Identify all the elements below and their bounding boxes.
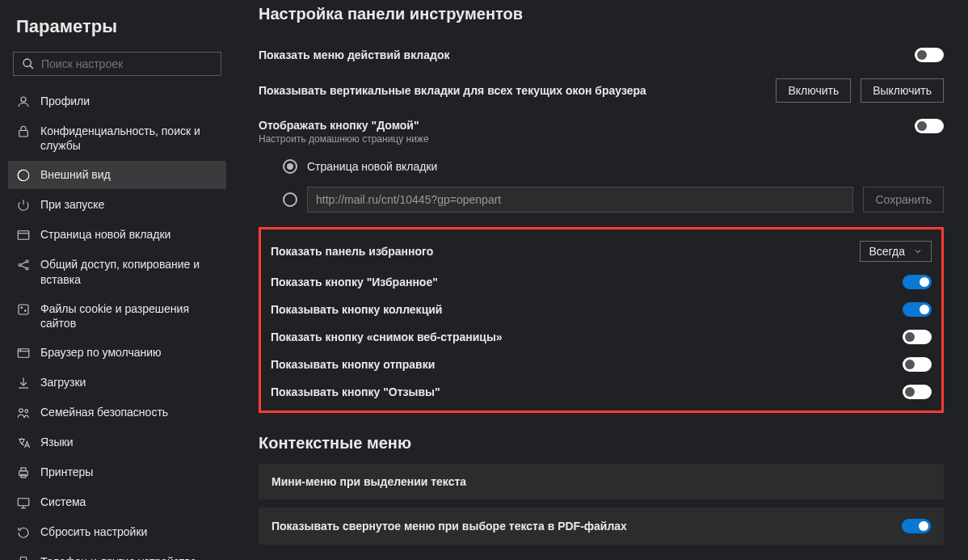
download-icon xyxy=(16,376,31,390)
svg-point-9 xyxy=(26,267,28,270)
sidebar-item-label: Браузер по умолчанию xyxy=(40,345,218,360)
sidebar-item-newtab[interactable]: Страница новой вкладки xyxy=(8,221,226,249)
radio-row-url: Сохранить xyxy=(259,180,944,219)
radio-newtab[interactable] xyxy=(283,159,297,174)
sidebar-item-label: Загрузки xyxy=(40,375,218,389)
power-icon xyxy=(16,198,31,213)
svg-line-10 xyxy=(21,263,26,265)
row-collections-button: Показывать кнопку коллекций xyxy=(271,296,932,323)
svg-point-0 xyxy=(23,59,31,66)
sidebar-item-family[interactable]: Семейная безопасность xyxy=(8,398,226,427)
sidebar-item-label: Файлы cookie и разрешения сайтов xyxy=(40,301,218,331)
vertical-tabs-buttons: Включить Выключить xyxy=(776,78,944,103)
toggle-home-button[interactable] xyxy=(915,119,944,133)
sidebar-item-label: Общий доступ, копирование и вставка xyxy=(40,257,218,286)
search-icon xyxy=(22,57,35,70)
appearance-icon xyxy=(16,168,31,183)
sidebar-item-label: Принтеры xyxy=(40,465,218,479)
enable-button[interactable]: Включить xyxy=(776,78,851,103)
toggle-screenshot-button[interactable] xyxy=(903,330,932,344)
sidebar-item-label: Телефон и другие устройства xyxy=(40,554,218,560)
row-label: Показывать вертикальные вкладки для всех… xyxy=(259,84,646,97)
sidebar-item-profiles[interactable]: Профили xyxy=(8,87,226,116)
row-vertical-tabs: Показывать вертикальные вкладки для всех… xyxy=(259,70,944,111)
sidebar-item-label: Семейная безопасность xyxy=(40,405,218,419)
svg-line-11 xyxy=(21,266,26,268)
card-mini-menu[interactable]: Мини-меню при выделении текста xyxy=(259,464,944,499)
row-screenshot-button: Показать кнопку «снимок веб-страницы» xyxy=(271,323,932,351)
sidebar-item-label: Профили xyxy=(40,94,218,108)
sidebar-item-default-browser[interactable]: Браузер по умолчанию xyxy=(8,339,226,367)
home-url-input[interactable] xyxy=(307,187,853,213)
newtab-icon xyxy=(16,228,31,242)
browser-icon xyxy=(16,346,31,360)
sidebar-item-label: Страница новой вкладки xyxy=(40,227,218,242)
sidebar-item-label: При запуске xyxy=(40,197,218,212)
row-label: Показывать кнопку отправки xyxy=(271,358,435,371)
row-label: Показать кнопку "Избранное" xyxy=(271,276,438,288)
sidebar-item-appearance[interactable]: Внешний вид xyxy=(8,161,226,189)
svg-point-7 xyxy=(19,264,21,267)
sidebar-item-printers[interactable]: Принтеры xyxy=(8,458,226,486)
disable-button[interactable]: Выключить xyxy=(861,78,944,103)
radio-custom-url[interactable] xyxy=(283,192,297,207)
row-label: Отображать кнопку "Домой" xyxy=(259,119,429,132)
svg-rect-23 xyxy=(18,499,29,506)
reset-icon xyxy=(16,525,31,540)
lock-icon xyxy=(16,124,31,139)
toggle-tab-actions-menu[interactable] xyxy=(915,48,944,62)
sidebar: Параметры Профили Конфиденциальность, по… xyxy=(0,0,234,560)
radio-row-newtab[interactable]: Страница новой вкладки xyxy=(259,153,944,180)
sidebar-item-system[interactable]: Система xyxy=(8,488,226,516)
toggle-collections-button[interactable] xyxy=(903,302,932,317)
save-button[interactable]: Сохранить xyxy=(863,187,944,213)
row-label: Показывать кнопку "Отзывы" xyxy=(271,385,440,398)
toggle-pdf-menu[interactable] xyxy=(902,519,931,533)
svg-rect-26 xyxy=(20,557,27,560)
search-box[interactable] xyxy=(13,52,221,76)
svg-point-14 xyxy=(25,310,27,312)
row-label: Показывать кнопку коллекций xyxy=(271,303,442,316)
card-label: Мини-меню при выделении текста xyxy=(271,475,466,488)
row-favorites-button: Показать кнопку "Избранное" xyxy=(271,268,932,296)
toggle-send-button[interactable] xyxy=(903,357,932,372)
svg-point-19 xyxy=(25,410,28,413)
chevron-down-icon xyxy=(913,246,923,256)
sidebar-item-label: Сбросить настройки xyxy=(40,524,218,539)
svg-point-17 xyxy=(20,350,21,351)
sidebar-item-cookies[interactable]: Файлы cookie и разрешения сайтов xyxy=(8,295,226,337)
sidebar-item-reset[interactable]: Сбросить настройки xyxy=(8,518,226,546)
profile-icon xyxy=(16,95,31,109)
svg-rect-20 xyxy=(19,471,28,476)
svg-rect-21 xyxy=(21,468,26,471)
search-input[interactable] xyxy=(41,57,213,70)
system-icon xyxy=(16,495,31,510)
language-icon xyxy=(16,436,31,450)
svg-rect-3 xyxy=(19,131,28,137)
svg-rect-5 xyxy=(18,231,29,240)
sidebar-item-languages[interactable]: Языки xyxy=(8,428,226,457)
sidebar-item-share[interactable]: Общий доступ, копирование и вставка xyxy=(8,251,226,293)
family-icon xyxy=(16,406,31,420)
toggle-favorites-button[interactable] xyxy=(903,275,932,289)
cookie-icon xyxy=(16,302,31,317)
context-section-title: Контекстные меню xyxy=(259,434,944,453)
row-label: Показать меню действий вкладок xyxy=(259,48,449,61)
favorites-panel-dropdown[interactable]: Всегда xyxy=(860,241,932,262)
svg-point-8 xyxy=(26,260,28,263)
sidebar-item-label: Конфиденциальность, поиск и службы xyxy=(40,124,218,153)
toggle-feedback-button[interactable] xyxy=(903,385,932,399)
sidebar-item-privacy[interactable]: Конфиденциальность, поиск и службы xyxy=(8,117,226,159)
printer-icon xyxy=(16,465,31,480)
svg-rect-12 xyxy=(19,305,28,314)
row-tab-actions-menu: Показать меню действий вкладок xyxy=(259,40,944,70)
sidebar-item-startup[interactable]: При запуске xyxy=(8,191,226,219)
row-label: Показать кнопку «снимок веб-страницы» xyxy=(271,331,503,343)
sidebar-item-label: Система xyxy=(40,495,218,509)
sidebar-title: Параметры xyxy=(8,16,226,37)
dropdown-value: Всегда xyxy=(869,245,905,258)
share-icon xyxy=(16,258,31,272)
sidebar-item-downloads[interactable]: Загрузки xyxy=(8,368,226,397)
sidebar-item-devices[interactable]: Телефон и другие устройства xyxy=(8,548,226,560)
svg-point-18 xyxy=(19,409,23,413)
